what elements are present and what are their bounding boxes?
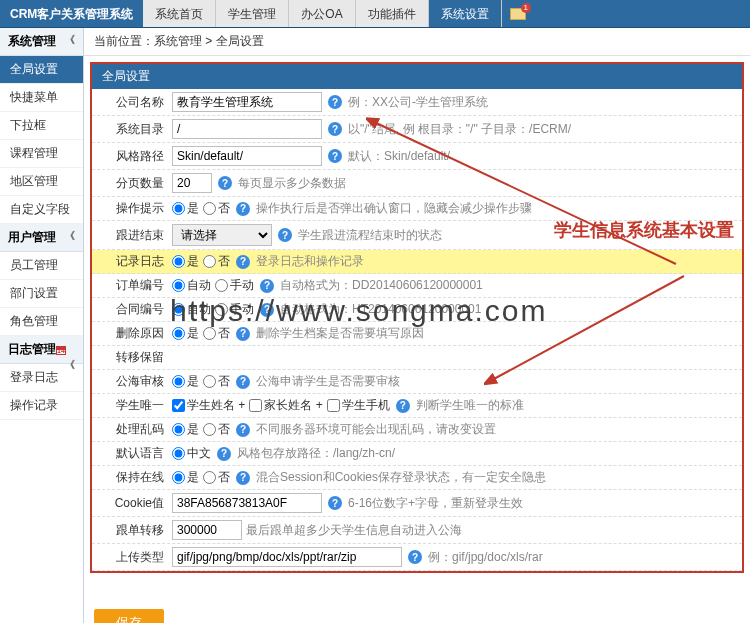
tab-student[interactable]: 学生管理 (216, 0, 289, 27)
sidebar-item-oplog[interactable]: 操作记录 (0, 392, 83, 420)
followend-select[interactable]: 请选择 (172, 224, 272, 246)
sidebar-item-quickmenu[interactable]: 快捷菜单 (0, 84, 83, 112)
upload-input[interactable] (172, 547, 402, 567)
orderno-auto[interactable]: 自动 (172, 277, 211, 294)
skin-input[interactable] (172, 146, 322, 166)
save-button[interactable]: 保存 (94, 609, 164, 623)
sidebar-item-dropdown[interactable]: 下拉框 (0, 112, 83, 140)
log-no[interactable]: 否 (203, 253, 230, 270)
top-nav: CRM客户关系管理系统 系统首页 学生管理 办公OA 功能插件 系统设置 1 (0, 0, 750, 28)
help-icon: ? (328, 95, 342, 109)
panel-title: 全局设置 (92, 64, 742, 89)
tab-oa[interactable]: 办公OA (289, 0, 355, 27)
sidebar-item-course[interactable]: 课程管理 (0, 140, 83, 168)
side-head-user[interactable]: 用户管理《 (0, 224, 83, 252)
help-icon: ? (328, 149, 342, 163)
sidebar-item-area[interactable]: 地区管理 (0, 168, 83, 196)
help-icon: ? (236, 423, 250, 437)
keeponline-no[interactable]: 否 (203, 469, 230, 486)
help-icon: ? (218, 176, 232, 190)
help-icon: ? (236, 327, 250, 341)
help-icon: ? (217, 447, 231, 461)
sidebar-item-role[interactable]: 角色管理 (0, 308, 83, 336)
calendar-icon: 14 (56, 346, 66, 355)
breadcrumb: 当前位置：系统管理 > 全局设置 (84, 28, 750, 56)
help-icon: ? (328, 122, 342, 136)
delreason-no[interactable]: 否 (203, 325, 230, 342)
help-icon: ? (236, 471, 250, 485)
tab-plugin[interactable]: 功能插件 (356, 0, 429, 27)
side-head-log[interactable]: 日志管理14《 (0, 336, 83, 364)
delreason-yes[interactable]: 是 (172, 325, 199, 342)
help-icon: ? (236, 202, 250, 216)
side-head-system[interactable]: 系统管理《 (0, 28, 83, 56)
sidebar-item-staff[interactable]: 员工管理 (0, 252, 83, 280)
sysdir-input[interactable] (172, 119, 322, 139)
mail-icon: 1 (510, 8, 526, 20)
followmv-input[interactable] (172, 520, 242, 540)
sidebar-item-global[interactable]: 全局设置 (0, 56, 83, 84)
brand-title: CRM客户关系管理系统 (0, 0, 143, 27)
help-icon: ? (236, 375, 250, 389)
chevron-left-icon: 《 (65, 358, 75, 372)
chevron-left-icon: 《 (65, 229, 75, 243)
help-icon: ? (260, 303, 274, 317)
help-icon: ? (260, 279, 274, 293)
lang-zh[interactable]: 中文 (172, 445, 211, 462)
sidebar-item-dept[interactable]: 部门设置 (0, 280, 83, 308)
keeponline-yes[interactable]: 是 (172, 469, 199, 486)
log-yes[interactable]: 是 (172, 253, 199, 270)
help-icon: ? (408, 550, 422, 564)
help-icon: ? (328, 496, 342, 510)
encoding-no[interactable]: 否 (203, 421, 230, 438)
pagesize-input[interactable] (172, 173, 212, 193)
unique-parent[interactable]: 家长姓名 + (249, 397, 322, 414)
encoding-yes[interactable]: 是 (172, 421, 199, 438)
chevron-left-icon: 《 (65, 33, 75, 47)
main-area: 当前位置：系统管理 > 全局设置 全局设置 公司名称?例：XX公司-学生管理系统… (84, 28, 750, 623)
tab-home[interactable]: 系统首页 (143, 0, 216, 27)
contract-auto[interactable]: 自动 (172, 301, 211, 318)
contract-manual[interactable]: 手动 (215, 301, 254, 318)
unique-mobile[interactable]: 学生手机 (327, 397, 390, 414)
cookie-input[interactable] (172, 493, 322, 513)
unique-name[interactable]: 学生姓名 + (172, 397, 245, 414)
seaaudit-yes[interactable]: 是 (172, 373, 199, 390)
company-input[interactable] (172, 92, 322, 112)
settings-panel: 全局设置 公司名称?例：XX公司-学生管理系统 系统目录?以"/"结尾, 例 根… (90, 62, 744, 573)
help-icon: ? (278, 228, 292, 242)
mail-button[interactable]: 1 (502, 0, 534, 27)
orderno-manual[interactable]: 手动 (215, 277, 254, 294)
optip-no[interactable]: 否 (203, 200, 230, 217)
help-icon: ? (396, 399, 410, 413)
help-icon: ? (236, 255, 250, 269)
seaaudit-no[interactable]: 否 (203, 373, 230, 390)
tab-settings[interactable]: 系统设置 (429, 0, 502, 27)
sidebar-item-custom[interactable]: 自定义字段 (0, 196, 83, 224)
optip-yes[interactable]: 是 (172, 200, 199, 217)
sidebar: 系统管理《 全局设置 快捷菜单 下拉框 课程管理 地区管理 自定义字段 用户管理… (0, 28, 84, 623)
